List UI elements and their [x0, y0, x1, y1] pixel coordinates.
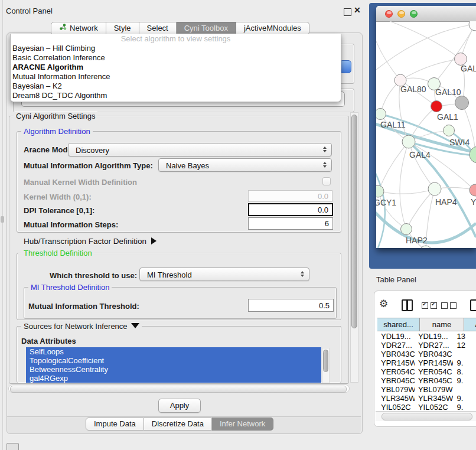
- attribute-item[interactable]: TopologicalCoefficient: [26, 356, 321, 365]
- gear-icon[interactable]: ⚙: [379, 298, 388, 310]
- table-cell: YDR27...: [377, 341, 415, 350]
- settings-vertical-scrollbar[interactable]: [350, 112, 358, 383]
- mi-steps-field[interactable]: 6: [248, 217, 333, 230]
- table-cell: YDR27...: [415, 341, 454, 350]
- attribute-item[interactable]: gal4RGexp: [26, 374, 321, 383]
- tab-network[interactable]: Network: [51, 22, 106, 35]
- kernel-width-label: Kernel Width (0,1):: [24, 193, 92, 201]
- algorithm-option[interactable]: Bayesian – K2: [11, 81, 341, 91]
- column-header[interactable]: shared...: [377, 318, 420, 331]
- table-row[interactable]: YIL052CYIL052C9.: [377, 403, 476, 412]
- table-horizontal-scrollbar[interactable]: [376, 411, 476, 421]
- hub-definition-toggle[interactable]: Hub/Transcription Factor Definition: [24, 237, 157, 246]
- algorithm-option[interactable]: Dream8 DC_TDC Algorithm: [11, 91, 341, 100]
- network-node[interactable]: [428, 182, 441, 195]
- manual-kernel-checkbox[interactable]: [322, 177, 331, 185]
- minimized-panel-icon[interactable]: [6, 443, 19, 450]
- network-canvas[interactable]: GALGAL80GAL10GAL1GAL11GAL4SWI4GCY1HAP4YH…: [376, 21, 476, 248]
- network-node-label: GCY1: [376, 198, 396, 207]
- tab-select[interactable]: Select: [139, 22, 177, 35]
- tab-discretize-data[interactable]: Discretize Data: [144, 418, 212, 431]
- algorithm-option[interactable]: Bayesian – Hill Climbing: [11, 44, 341, 53]
- table-cell: 9.: [453, 394, 476, 403]
- table-body: YDL19...YDL19...13YDR27...YDR27...12YBR0…: [377, 332, 476, 416]
- tab-style[interactable]: Style: [106, 22, 139, 35]
- dpi-tolerance-field[interactable]: 0.0: [248, 203, 333, 216]
- mi-type-label: Mutual Information Algorithm Type:: [24, 161, 153, 170]
- zoom-traffic-light-icon[interactable]: [410, 10, 418, 18]
- mi-type-combo[interactable]: Naive Bayes: [158, 158, 332, 172]
- table-row[interactable]: YBL079WYBL079W: [377, 385, 476, 394]
- scrollbar-thumb[interactable]: [323, 350, 328, 372]
- kernel-width-field[interactable]: 0.0: [248, 190, 332, 202]
- network-node-label: GAL: [461, 64, 476, 73]
- network-node[interactable]: [402, 135, 415, 148]
- network-edge[interactable]: [390, 21, 461, 59]
- network-edge[interactable]: [379, 189, 435, 194]
- table-cell: YLR345W: [377, 394, 415, 403]
- scrollbar-thumb[interactable]: [10, 386, 347, 393]
- table-cell: YER054C: [377, 367, 415, 376]
- scrollbar-thumb[interactable]: [351, 115, 357, 328]
- aracne-mode-combo[interactable]: Discovery: [68, 143, 332, 156]
- close-traffic-light-icon[interactable]: [385, 10, 393, 18]
- network-node[interactable]: [444, 125, 455, 136]
- split-columns-icon[interactable]: [402, 299, 413, 311]
- expanded-arrow-icon[interactable]: [131, 323, 139, 328]
- collapsed-arrow-icon[interactable]: [151, 237, 157, 244]
- table-row[interactable]: YPR145WYPR145W9.: [377, 358, 476, 367]
- partial-column-icon[interactable]: [470, 299, 476, 311]
- network-edge[interactable]: [406, 189, 435, 229]
- table-row[interactable]: YBR043CYBR043C: [377, 350, 476, 358]
- apply-button[interactable]: Apply: [158, 399, 201, 413]
- combo-arrows-icon: [300, 271, 305, 277]
- bottom-tabs: Impute DataDiscretize DataInfer Network: [86, 418, 273, 431]
- tab-label: jActiveMNodules: [244, 22, 301, 34]
- algorithm-option[interactable]: Mutual Information Inference: [11, 72, 341, 81]
- settings-horizontal-scrollbar[interactable]: [8, 384, 350, 393]
- network-node[interactable]: [469, 21, 476, 31]
- network-edge[interactable]: [400, 142, 409, 229]
- table-row[interactable]: YDR27...YDR27...12: [377, 341, 476, 350]
- algorithm-dropdown: Select algorithm to view settings Bayesi…: [10, 34, 341, 102]
- attribute-item[interactable]: BetweennessCentrality: [26, 365, 321, 374]
- table-cell: YER054C: [415, 367, 454, 376]
- tab-infer-network[interactable]: Infer Network: [212, 418, 273, 431]
- attribute-item[interactable]: SelfLoops: [26, 347, 321, 356]
- network-node[interactable]: [455, 96, 469, 110]
- table-row[interactable]: YLR345WYLR345W9.: [377, 394, 476, 403]
- network-node[interactable]: [376, 109, 386, 120]
- mi-threshold-field[interactable]: 0.5: [248, 299, 334, 312]
- tab-label: Select: [147, 22, 168, 34]
- unchecked-pair-icon[interactable]: [441, 302, 457, 309]
- table-cell: YLR345W: [415, 394, 454, 403]
- divider-grip[interactable]: [1, 216, 4, 223]
- scrollbar-thumb[interactable]: [382, 413, 472, 420]
- column-header[interactable]: A: [464, 318, 476, 331]
- column-header[interactable]: name: [420, 318, 464, 331]
- table-row[interactable]: YBR045CYBR045C9.: [377, 376, 476, 385]
- algorithm-dropdown-list: Bayesian – Hill ClimbingBasic Correlatio…: [11, 44, 341, 100]
- network-node[interactable]: [431, 101, 442, 112]
- tab-jactivemnodules[interactable]: jActiveMNodules: [236, 22, 309, 35]
- attributes-scrollbar[interactable]: [322, 348, 330, 383]
- network-node-label: GAL80: [400, 84, 426, 94]
- which-threshold-combo[interactable]: MI Threshold: [139, 268, 309, 281]
- minimize-traffic-light-icon[interactable]: [397, 10, 405, 18]
- network-node-label: GAL4: [409, 150, 431, 159]
- close-icon[interactable]: ✕: [354, 5, 361, 15]
- table-cell: [453, 350, 476, 358]
- table-row[interactable]: YER054CYER054C8.: [377, 367, 476, 376]
- algorithm-option[interactable]: Basic Correlation Inference: [11, 53, 341, 63]
- tab-cyni-toolbox[interactable]: Cyni Toolbox: [177, 22, 236, 35]
- algorithm-option[interactable]: ARACNE Algorithm: [11, 63, 341, 72]
- checked-pair-icon[interactable]: [422, 302, 437, 309]
- network-edge[interactable]: [379, 142, 409, 191]
- float-window-icon[interactable]: [344, 8, 351, 16]
- table-row[interactable]: YDL19...YDL19...13: [377, 332, 476, 341]
- combo-focus-button[interactable]: [340, 60, 351, 73]
- network-node[interactable]: [401, 224, 412, 235]
- network-edge[interactable]: [400, 59, 461, 80]
- table-cell: 9.: [453, 358, 476, 367]
- tab-impute-data[interactable]: Impute Data: [86, 418, 144, 431]
